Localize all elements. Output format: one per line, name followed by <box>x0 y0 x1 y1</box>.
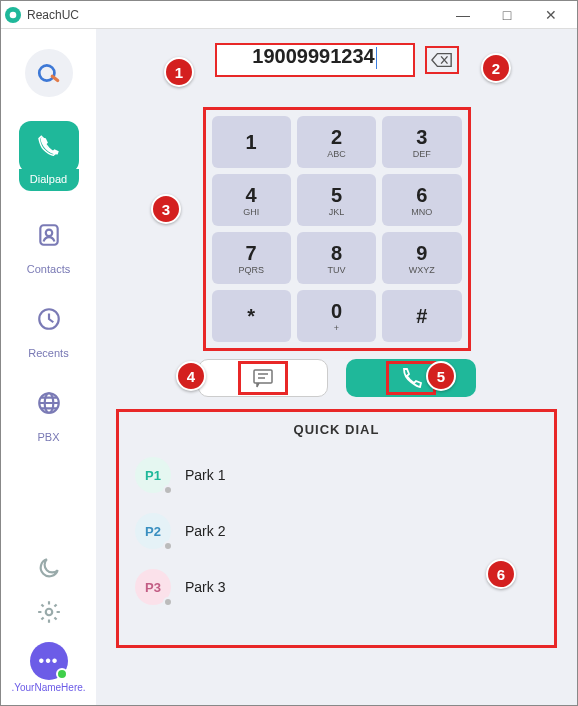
number-value: 19009991234 <box>252 45 374 67</box>
sidebar-item-dialpad[interactable]: Dialpad <box>10 121 88 191</box>
app-icon <box>5 7 21 23</box>
sidebar-item-pbx[interactable]: PBX <box>10 377 88 443</box>
profile-name: .YourNameHere. <box>11 682 85 693</box>
quick-dial-title: QUICK DIAL <box>135 422 538 437</box>
key-digit: * <box>247 305 255 328</box>
settings-button[interactable] <box>35 598 63 626</box>
quick-dial-item[interactable]: P2Park 2 <box>135 513 538 549</box>
key-digit: 4 <box>246 184 257 207</box>
svg-point-7 <box>45 609 52 616</box>
key-digit: 0 <box>331 300 342 323</box>
sidebar-item-label: Contacts <box>27 263 70 275</box>
keypad-key-0[interactable]: 0+ <box>297 290 376 342</box>
backspace-button[interactable] <box>425 46 459 74</box>
annotation-badge-1: 1 <box>164 57 194 87</box>
profile[interactable]: ••• .YourNameHere. <box>11 642 85 693</box>
quick-dial-avatar: P3 <box>135 569 171 605</box>
message-button[interactable] <box>198 359 328 397</box>
key-letters: + <box>334 323 339 333</box>
keypad-key-2[interactable]: 2ABC <box>297 116 376 168</box>
key-digit: 3 <box>416 126 427 149</box>
app-title: ReachUC <box>27 8 79 22</box>
sidebar-item-label: Dialpad <box>19 169 79 191</box>
quick-dial-label: Park 3 <box>185 579 225 595</box>
keypad-key-8[interactable]: 8TUV <box>297 232 376 284</box>
keypad-key-*[interactable]: * <box>212 290 291 342</box>
quick-dial-label: Park 2 <box>185 523 225 539</box>
sidebar-item-contacts[interactable]: Contacts <box>10 209 88 275</box>
key-digit: 2 <box>331 126 342 149</box>
keypad-key-#[interactable]: # <box>382 290 461 342</box>
sidebar-item-recents[interactable]: Recents <box>10 293 88 359</box>
dnd-toggle[interactable] <box>35 554 63 582</box>
avatar-dots-icon: ••• <box>39 652 59 670</box>
svg-point-3 <box>45 230 52 237</box>
keypad-key-6[interactable]: 6MNO <box>382 174 461 226</box>
keypad-key-7[interactable]: 7PQRS <box>212 232 291 284</box>
key-letters: TUV <box>327 265 345 275</box>
sidebar-item-label: PBX <box>37 431 59 443</box>
quick-dial-avatar: P2 <box>135 513 171 549</box>
number-input[interactable]: 19009991234 <box>215 43 415 77</box>
key-letters: MNO <box>411 207 432 217</box>
quick-dial-item[interactable]: P3Park 3 <box>135 569 538 605</box>
presence-dot <box>163 541 173 551</box>
annotation-badge-5: 5 <box>426 361 456 391</box>
window-minimize[interactable]: — <box>441 3 485 27</box>
svg-point-1 <box>39 65 54 80</box>
key-digit: 6 <box>416 184 427 207</box>
quick-dial-label: Park 1 <box>185 467 225 483</box>
key-digit: 7 <box>246 242 257 265</box>
key-letters: ABC <box>327 149 346 159</box>
window-close[interactable]: ✕ <box>529 3 573 27</box>
keypad-key-5[interactable]: 5JKL <box>297 174 376 226</box>
key-letters: GHI <box>243 207 259 217</box>
phone-icon <box>399 366 423 390</box>
titlebar: ReachUC — □ ✕ <box>1 1 577 29</box>
logo-icon <box>25 49 73 97</box>
presence-dot <box>163 597 173 607</box>
svg-point-0 <box>10 11 17 18</box>
annotation-badge-2: 2 <box>481 53 511 83</box>
key-letters: PQRS <box>238 265 264 275</box>
quick-dial-item[interactable]: P1Park 1 <box>135 457 538 493</box>
keypad-key-4[interactable]: 4GHI <box>212 174 291 226</box>
keypad-key-1[interactable]: 1 <box>212 116 291 168</box>
window-maximize[interactable]: □ <box>485 3 529 27</box>
quick-dial-avatar: P1 <box>135 457 171 493</box>
key-digit: 8 <box>331 242 342 265</box>
sidebar-item-label: Recents <box>28 347 68 359</box>
call-button[interactable] <box>346 359 476 397</box>
annotation-badge-6: 6 <box>486 559 516 589</box>
avatar[interactable]: ••• <box>30 642 68 680</box>
message-icon <box>251 366 275 390</box>
quick-dial-panel: QUICK DIAL P1Park 1P2Park 2P3Park 3 <box>116 409 557 648</box>
svg-rect-8 <box>254 370 272 383</box>
key-digit: 5 <box>331 184 342 207</box>
annotation-badge-3: 3 <box>151 194 181 224</box>
keypad-key-9[interactable]: 9WXYZ <box>382 232 461 284</box>
key-letters: WXYZ <box>409 265 435 275</box>
presence-indicator <box>56 668 68 680</box>
key-letters: JKL <box>329 207 345 217</box>
keypad-key-3[interactable]: 3DEF <box>382 116 461 168</box>
key-digit: # <box>416 305 427 328</box>
keypad: 12ABC3DEF4GHI5JKL6MNO7PQRS8TUV9WXYZ*0+# <box>203 107 471 351</box>
presence-dot <box>163 485 173 495</box>
key-digit: 1 <box>246 131 257 154</box>
sidebar: Dialpad Contacts Recents PBX ••• <box>1 29 96 705</box>
key-digit: 9 <box>416 242 427 265</box>
annotation-badge-4: 4 <box>176 361 206 391</box>
main-panel: 19009991234 12ABC3DEF4GHI5JKL6MNO7PQRS8T… <box>96 29 577 705</box>
key-letters: DEF <box>413 149 431 159</box>
backspace-icon <box>431 52 453 68</box>
